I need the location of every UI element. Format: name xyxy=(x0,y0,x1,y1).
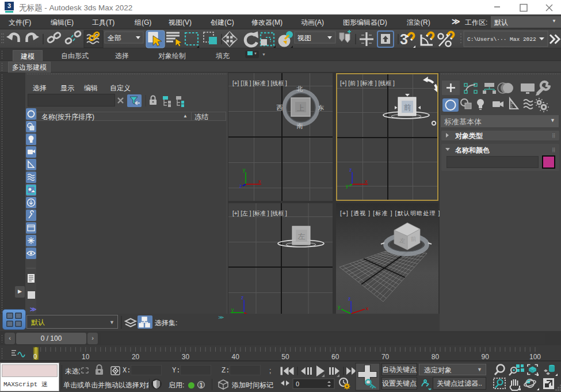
svg-text:视图: 视图 xyxy=(297,34,311,42)
svg-text:西: 西 xyxy=(277,104,283,111)
svg-text:y: y xyxy=(231,307,234,313)
svg-text:y: y xyxy=(243,167,246,173)
svg-text:北: 北 xyxy=(296,85,303,92)
svg-text:50: 50 xyxy=(281,353,289,361)
svg-text:z: z xyxy=(348,296,351,302)
svg-text:左: 左 xyxy=(399,237,406,244)
svg-text:100: 100 xyxy=(529,353,541,361)
svg-text:70: 70 xyxy=(381,353,390,361)
svg-text:x: x xyxy=(258,178,261,184)
svg-text:90: 90 xyxy=(482,353,490,361)
svg-text:80: 80 xyxy=(432,353,440,361)
svg-text:左: 左 xyxy=(298,232,306,241)
svg-text:40: 40 xyxy=(232,353,240,361)
svg-text:z: z xyxy=(239,183,242,189)
svg-text:z: z xyxy=(241,295,244,300)
svg-text:x: x xyxy=(366,306,369,311)
svg-text:C:\Users\··· Max 2022: C:\Users\··· Max 2022 xyxy=(467,36,536,43)
svg-text:0: 0 xyxy=(296,380,299,387)
svg-text:3: 3 xyxy=(400,31,408,47)
svg-text:y: y xyxy=(338,304,341,310)
svg-text:东: 东 xyxy=(318,104,325,111)
svg-text:60: 60 xyxy=(331,353,339,361)
svg-text:20: 20 xyxy=(132,353,140,361)
svg-text:全部: 全部 xyxy=(108,34,121,42)
svg-text:前: 前 xyxy=(410,235,417,242)
svg-text:30: 30 xyxy=(182,353,190,361)
svg-text:上: 上 xyxy=(297,104,304,112)
svg-text:南: 南 xyxy=(297,123,303,130)
svg-text:10: 10 xyxy=(82,353,90,361)
